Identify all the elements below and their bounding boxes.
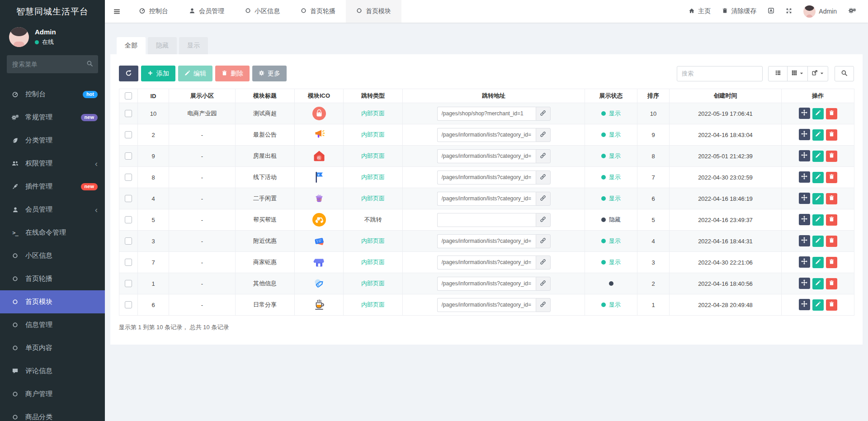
delete-row-button[interactable] bbox=[826, 236, 837, 247]
edit-row-button[interactable] bbox=[812, 172, 824, 183]
status-toggle[interactable]: 显示 bbox=[601, 152, 621, 160]
status-toggle[interactable]: 显示 bbox=[601, 237, 621, 245]
top-nav-item[interactable]: 首页模块 bbox=[346, 0, 401, 23]
jump-url-input[interactable] bbox=[437, 128, 536, 142]
row-checkbox[interactable] bbox=[125, 195, 132, 202]
jump-url-input[interactable] bbox=[437, 255, 536, 270]
delete-row-button[interactable] bbox=[826, 278, 837, 289]
filter-tab[interactable]: 隐藏 bbox=[148, 37, 177, 54]
status-toggle[interactable]: 隐藏 bbox=[601, 216, 621, 224]
add-button[interactable]: 添加 bbox=[141, 66, 175, 81]
columns-button[interactable] bbox=[787, 66, 808, 81]
move-button[interactable] bbox=[799, 214, 810, 225]
status-toggle[interactable]: 显示 bbox=[601, 109, 621, 118]
edit-row-button[interactable] bbox=[812, 193, 824, 204]
edit-row-button[interactable] bbox=[812, 257, 824, 268]
status-toggle[interactable]: 显示 bbox=[601, 173, 621, 181]
sidebar-item-circle[interactable]: 首页轮播 bbox=[0, 267, 105, 290]
move-button[interactable] bbox=[799, 150, 810, 161]
clear-cache-button[interactable]: 清除缓存 bbox=[722, 7, 756, 15]
jump-url-input[interactable] bbox=[437, 107, 536, 121]
status-toggle[interactable] bbox=[609, 281, 613, 286]
sidebar-item-gears[interactable]: 常规管理new bbox=[0, 106, 105, 129]
edit-row-button[interactable] bbox=[812, 151, 824, 162]
delete-row-button[interactable] bbox=[826, 172, 837, 183]
top-nav-item[interactable]: 会员管理 bbox=[179, 0, 235, 23]
sidebar-item-comment[interactable]: 评论信息 bbox=[0, 360, 105, 383]
row-checkbox[interactable] bbox=[125, 301, 132, 308]
home-link[interactable]: 主页 bbox=[689, 7, 711, 15]
link-button[interactable] bbox=[536, 234, 551, 248]
link-button[interactable] bbox=[536, 149, 551, 163]
link-button[interactable] bbox=[536, 107, 551, 121]
detail-view-button[interactable] bbox=[768, 66, 788, 81]
row-checkbox[interactable] bbox=[125, 280, 132, 287]
edit-row-button[interactable] bbox=[812, 108, 824, 119]
sidebar-item-circle[interactable]: 商品分类 bbox=[0, 406, 105, 421]
status-toggle[interactable]: 显示 bbox=[601, 131, 621, 139]
jump-url-input[interactable] bbox=[437, 277, 536, 291]
status-toggle[interactable]: 显示 bbox=[601, 258, 621, 266]
top-nav-item[interactable]: 控制台 bbox=[128, 0, 179, 23]
delete-row-button[interactable] bbox=[826, 214, 837, 226]
link-button[interactable] bbox=[536, 277, 551, 291]
jump-url-input[interactable] bbox=[437, 170, 536, 184]
status-toggle[interactable]: 显示 bbox=[601, 194, 621, 203]
jump-url-input[interactable] bbox=[437, 213, 536, 227]
hamburger-menu-icon[interactable] bbox=[105, 0, 128, 23]
link-button[interactable] bbox=[536, 255, 551, 270]
delete-row-button[interactable] bbox=[826, 151, 837, 162]
sidebar-search-input[interactable] bbox=[7, 55, 98, 73]
delete-row-button[interactable] bbox=[826, 108, 837, 119]
row-checkbox[interactable] bbox=[125, 110, 132, 117]
move-button[interactable] bbox=[799, 108, 810, 119]
status-toggle[interactable]: 显示 bbox=[601, 301, 621, 309]
move-button[interactable] bbox=[799, 299, 810, 310]
edit-row-button[interactable] bbox=[812, 236, 824, 247]
delete-row-button[interactable] bbox=[826, 193, 837, 204]
account-menu[interactable]: Admin bbox=[803, 5, 837, 18]
edit-button[interactable]: 编辑 bbox=[178, 66, 212, 81]
move-button[interactable] bbox=[799, 278, 810, 289]
sidebar-item-gauge[interactable]: 控制台hot bbox=[0, 83, 105, 106]
sidebar-item-terminal[interactable]: >_在线命令管理 bbox=[0, 221, 105, 244]
row-checkbox[interactable] bbox=[125, 216, 132, 223]
edit-row-button[interactable] bbox=[812, 278, 824, 289]
export-button[interactable] bbox=[807, 66, 828, 81]
avatar[interactable] bbox=[9, 27, 29, 47]
language-button[interactable] bbox=[768, 7, 774, 15]
delete-row-button[interactable] bbox=[826, 299, 837, 311]
sidebar-item-rocket[interactable]: 插件管理new bbox=[0, 175, 105, 198]
move-button[interactable] bbox=[799, 129, 810, 140]
row-checkbox[interactable] bbox=[125, 237, 132, 245]
move-button[interactable] bbox=[799, 256, 810, 268]
jump-url-input[interactable] bbox=[437, 149, 536, 163]
row-checkbox[interactable] bbox=[125, 152, 132, 160]
sidebar-item-circle[interactable]: 小区信息 bbox=[0, 244, 105, 267]
select-all-checkbox[interactable] bbox=[125, 92, 132, 99]
sidebar-item-leaf[interactable]: 分类管理 bbox=[0, 129, 105, 152]
link-button[interactable] bbox=[536, 213, 551, 227]
search-submit-button[interactable] bbox=[835, 66, 854, 81]
edit-row-button[interactable] bbox=[812, 129, 824, 141]
move-button[interactable] bbox=[799, 235, 810, 246]
sidebar-item-user[interactable]: 会员管理‹ bbox=[0, 198, 105, 221]
delete-row-button[interactable] bbox=[826, 129, 837, 141]
sidebar-item-circle[interactable]: 单页内容 bbox=[0, 336, 105, 360]
sidebar-item-circle[interactable]: 信息管理 bbox=[0, 313, 105, 336]
sidebar-item-users[interactable]: 权限管理‹ bbox=[0, 152, 105, 175]
refresh-button[interactable] bbox=[119, 66, 138, 81]
more-button[interactable]: 更多 bbox=[252, 66, 287, 81]
link-button[interactable] bbox=[536, 170, 551, 184]
link-button[interactable] bbox=[536, 192, 551, 206]
top-nav-item[interactable]: 小区信息 bbox=[235, 0, 290, 23]
jump-url-input[interactable] bbox=[437, 234, 536, 248]
delete-button[interactable]: 删除 bbox=[215, 66, 250, 81]
filter-tab[interactable]: 全部 bbox=[117, 37, 146, 54]
top-nav-item[interactable]: 首页轮播 bbox=[290, 0, 346, 23]
link-button[interactable] bbox=[536, 128, 551, 142]
settings-button[interactable] bbox=[848, 8, 856, 15]
table-search-input[interactable] bbox=[677, 66, 763, 81]
sidebar-item-circle[interactable]: 商户管理 bbox=[0, 383, 105, 406]
row-checkbox[interactable] bbox=[125, 174, 132, 181]
